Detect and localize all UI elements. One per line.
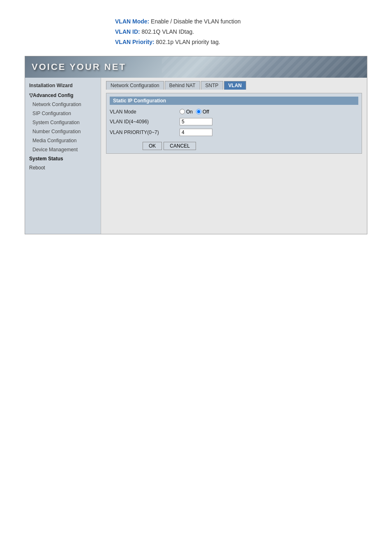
sidebar-item-installation-wizard[interactable]: Installation Wizard — [25, 81, 101, 90]
vlan-id-desc: VLAN ID: 802.1Q VLAN IDtag. — [115, 27, 392, 37]
content-area: Installation Wizard ▽Advanced Config Net… — [25, 78, 367, 234]
tab-vlan[interactable]: VLAN — [224, 81, 247, 90]
vlan-mode-off-text: Off — [203, 109, 209, 115]
vlan-id-row: VLAN ID(4~4096) — [110, 118, 358, 125]
vlan-mode-off-radio[interactable] — [196, 109, 201, 114]
banner: VOICE YOUR NET — [25, 56, 367, 78]
sidebar-item-reboot[interactable]: Reboot — [25, 163, 101, 172]
sidebar-item-system-status[interactable]: System Status — [25, 154, 101, 163]
vlan-priority-label: VLAN Priority: — [115, 39, 154, 45]
sidebar-item-advanced-config[interactable]: ▽Advanced Config — [25, 90, 101, 100]
vlan-priority-input[interactable] — [180, 129, 212, 136]
vlan-mode-on-text: On — [186, 109, 193, 115]
vlan-mode-field-label: VLAN Mode — [110, 109, 175, 115]
vlan-mode-on-label[interactable]: On — [180, 109, 193, 115]
vlan-priority-field-label: VLAN PRIORITY(0~7) — [110, 130, 175, 135]
top-description: VLAN Mode: Enable / Disable the VLAN fun… — [0, 0, 392, 56]
vlan-mode-desc: VLAN Mode: Enable / Disable the VLAN fun… — [115, 16, 392, 27]
vlan-priority-input-wrapper — [180, 129, 212, 136]
vlan-mode-row: VLAN Mode On Off — [110, 109, 358, 115]
ok-button[interactable]: OK — [143, 142, 162, 150]
tabs-row: Network Configuration Behind NAT SNTP VL… — [106, 81, 362, 90]
sidebar-item-number-configuration[interactable]: Number Configuration — [25, 127, 101, 136]
sidebar-item-device-management[interactable]: Device Management — [25, 145, 101, 154]
sidebar-item-sip-configuration[interactable]: SIP Configuration — [25, 109, 101, 118]
banner-title: VOICE YOUR NET — [32, 62, 126, 72]
tab-network-configuration[interactable]: Network Configuration — [106, 81, 164, 90]
vlan-mode-label: VLAN Mode: — [115, 18, 149, 25]
sidebar-item-system-configuration[interactable]: System Configuration — [25, 118, 101, 127]
tab-behind-nat[interactable]: Behind NAT — [165, 81, 200, 90]
tab-sntp[interactable]: SNTP — [201, 81, 223, 90]
vlan-mode-radio-group: On Off — [180, 109, 209, 115]
main-panel: VOICE YOUR NET Installation Wizard ▽Adva… — [25, 56, 367, 234]
sidebar: Installation Wizard ▽Advanced Config Net… — [25, 78, 101, 234]
vlan-mode-text: Enable / Disable the VLAN function — [151, 18, 241, 25]
vlan-id-field-label: VLAN ID(4~4096) — [110, 119, 175, 125]
buttons-row: OK CANCEL — [110, 142, 358, 150]
vlan-priority-text: 802.1p VLAN priority tag. — [156, 39, 220, 45]
vlan-id-input[interactable] — [180, 118, 212, 125]
vlan-form: Static IP Configuration VLAN Mode On Off — [106, 93, 362, 154]
vlan-mode-off-label[interactable]: Off — [196, 109, 209, 115]
vlan-id-label: VLAN ID: — [115, 28, 140, 35]
sidebar-item-media-configuration[interactable]: Media Configuration — [25, 136, 101, 145]
main-content: Network Configuration Behind NAT SNTP VL… — [101, 78, 367, 234]
vlan-id-input-wrapper — [180, 118, 212, 125]
sidebar-item-network-configuration[interactable]: Network Configuration — [25, 100, 101, 109]
cancel-button[interactable]: CANCEL — [164, 142, 196, 150]
vlan-id-text: 802.1Q VLAN IDtag. — [142, 28, 194, 35]
section-title: Static IP Configuration — [110, 97, 358, 105]
vlan-priority-row: VLAN PRIORITY(0~7) — [110, 129, 358, 136]
vlan-mode-on-radio[interactable] — [180, 109, 185, 114]
vlan-priority-desc: VLAN Priority: 802.1p VLAN priority tag. — [115, 37, 392, 47]
